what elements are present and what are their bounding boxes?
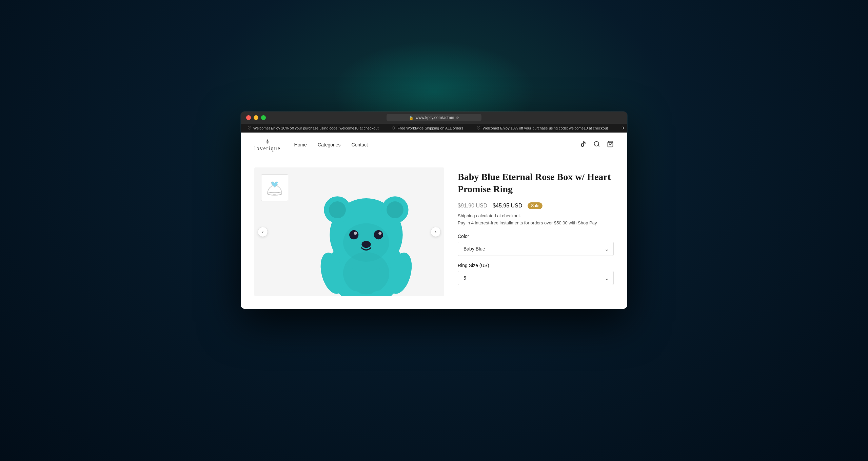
product-details: Baby Blue Eternal Rose Box w/ Heart Prom… [458, 167, 614, 296]
heart-icon-1: ♡ [248, 126, 251, 131]
heart-icon-2: ♡ [477, 126, 480, 131]
ann-text-2: Free Worldwide Shipping on ALL orders [398, 126, 463, 130]
svg-point-11 [272, 185, 273, 185]
svg-point-23 [378, 232, 381, 235]
svg-point-5 [274, 180, 275, 181]
prev-image-arrow[interactable]: ‹ [258, 227, 268, 237]
search-icon[interactable] [593, 141, 600, 149]
ann-text-4: Free Worldwide Shippi... [627, 126, 627, 130]
color-select[interactable]: Baby Blue Red Pink Purple [458, 242, 614, 256]
right-arrow-icon: › [435, 229, 437, 235]
plane-icon: ✈ [392, 126, 396, 131]
announcement-bar: ♡ Welcome! Enjoy 10% off your purchase u… [241, 124, 627, 133]
minimize-button[interactable] [254, 115, 258, 120]
svg-point-9 [277, 185, 277, 185]
svg-point-6 [275, 180, 276, 181]
sale-badge: Sale [528, 202, 542, 209]
lock-icon: 🔒 [409, 116, 414, 120]
svg-point-10 [272, 183, 272, 184]
url-bar[interactable]: 🔒 www.kpily.com/admin ⟳ [387, 114, 481, 121]
nav-home[interactable]: Home [294, 142, 307, 147]
color-select-wrapper: Baby Blue Red Pink Purple ⌄ [458, 242, 614, 256]
svg-text:S925: S925 [273, 194, 276, 196]
plane-icon-2: ✈ [622, 126, 625, 131]
product-title: Baby Blue Eternal Rose Box w/ Heart Prom… [458, 171, 614, 196]
installment-info: Pay in 4 interest-free installments for … [458, 220, 614, 225]
ann-item-3: ♡ Welcome! Enjoy 10% off your purchase u… [477, 126, 608, 131]
svg-point-22 [354, 232, 357, 235]
left-arrow-icon: ‹ [262, 229, 264, 235]
color-label: Color [458, 234, 614, 239]
ann-text-1: Welcome! Enjoy 10% off your purchase usi… [253, 126, 379, 130]
svg-point-8 [277, 183, 278, 184]
next-image-arrow[interactable]: › [431, 227, 441, 237]
cart-icon[interactable] [607, 141, 614, 149]
header-actions [580, 141, 614, 149]
svg-point-16 [329, 201, 346, 218]
ann-text-3: Welcome! Enjoy 10% off your purchase usi… [482, 126, 608, 130]
price-row: $91.90 USD $45.95 USD Sale [458, 202, 614, 209]
ann-item-4: ✈ Free Worldwide Shippi... [622, 126, 627, 131]
mac-window: 🔒 www.kpily.com/admin ⟳ ♡ Welcome! Enjoy… [241, 112, 627, 309]
ring-size-label: Ring Size (US) [458, 263, 614, 268]
site-header: ⚜ lovetique Home Categories Contact [241, 133, 627, 157]
svg-point-21 [374, 230, 383, 239]
shipping-info: Shipping calculated at checkout. [458, 213, 614, 218]
thumbnail-ring[interactable]: S925 [261, 174, 288, 201]
nav-contact[interactable]: Contact [352, 142, 368, 147]
reload-icon: ⟳ [456, 116, 459, 120]
product-section: S925 [241, 157, 627, 306]
bear-illustration [309, 181, 424, 296]
logo-icon: ⚜ [265, 138, 270, 145]
svg-point-18 [387, 201, 403, 218]
svg-point-24 [361, 241, 371, 248]
close-button[interactable] [246, 115, 251, 120]
svg-point-4 [273, 180, 274, 181]
sale-price: $45.95 USD [493, 203, 522, 209]
tiktok-icon[interactable] [580, 141, 587, 149]
ring-size-select[interactable]: 5 6 7 8 9 [458, 271, 614, 285]
titlebar: 🔒 www.kpily.com/admin ⟳ [241, 112, 627, 124]
svg-point-27 [343, 252, 389, 295]
svg-point-0 [594, 141, 599, 146]
thumbnail-sidebar: S925 [261, 174, 288, 201]
ring-size-select-wrapper: 5 6 7 8 9 ⌄ [458, 271, 614, 285]
site-content: ⚜ lovetique Home Categories Contact [241, 133, 627, 309]
url-text: www.kpily.com/admin [416, 115, 454, 120]
ann-item-1: ♡ Welcome! Enjoy 10% off your purchase u… [248, 126, 379, 131]
original-price: $91.90 USD [458, 203, 487, 209]
logo-text: lovetique [254, 145, 281, 152]
svg-point-20 [349, 230, 358, 239]
svg-point-7 [277, 181, 277, 182]
maximize-button[interactable] [261, 115, 266, 120]
site-nav: Home Categories Contact [294, 142, 580, 147]
ann-item-2: ✈ Free Worldwide Shipping on ALL orders [392, 126, 463, 131]
logo: ⚜ lovetique [254, 138, 281, 152]
svg-point-3 [272, 181, 273, 182]
product-image-area: S925 [254, 167, 444, 296]
nav-categories[interactable]: Categories [318, 142, 341, 147]
